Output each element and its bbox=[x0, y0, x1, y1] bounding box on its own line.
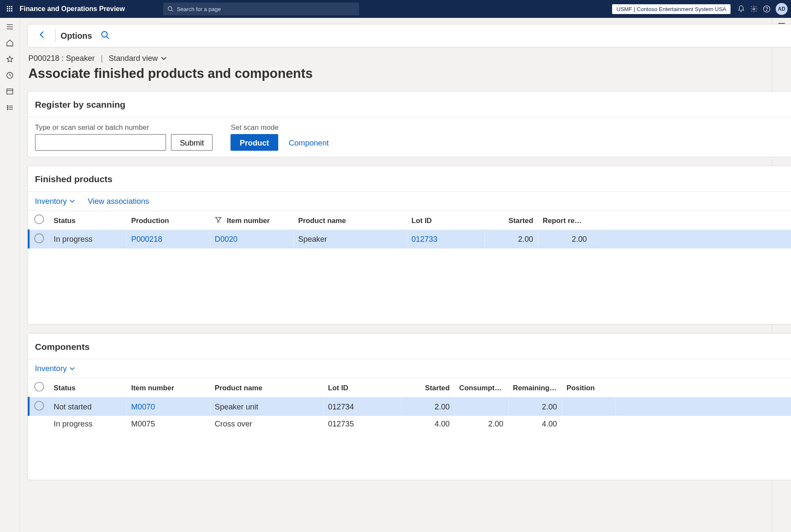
components-table: Status Item number Product name Lot ID S… bbox=[28, 378, 791, 432]
col-consumption[interactable]: Consumption bbox=[454, 378, 508, 397]
nav-favorites-button[interactable] bbox=[5, 54, 14, 64]
cell-status: In progress bbox=[49, 230, 127, 249]
mode-component-button[interactable]: Component bbox=[289, 138, 329, 147]
cell-product-name: Cross over bbox=[210, 416, 323, 432]
svg-rect-0 bbox=[7, 6, 8, 7]
help-icon bbox=[763, 5, 771, 13]
components-inventory-menu[interactable]: Inventory bbox=[35, 364, 76, 373]
col-status[interactable]: Status bbox=[49, 211, 127, 230]
filter-icon bbox=[215, 216, 221, 223]
finished-products-table: Status Production Item number Product na… bbox=[28, 211, 791, 249]
options-button[interactable]: Options bbox=[60, 31, 92, 40]
cell-product-name: Speaker bbox=[293, 230, 407, 249]
page-header: P000218 : Speaker | Standard view Associ… bbox=[27, 48, 791, 91]
finished-row[interactable]: In progress P000218 D0020 Speaker 012733… bbox=[29, 230, 791, 249]
row-select[interactable] bbox=[35, 234, 44, 243]
scan-input[interactable] bbox=[35, 134, 166, 151]
page-search-button[interactable] bbox=[101, 30, 109, 41]
svg-point-9 bbox=[168, 7, 172, 11]
cell-item[interactable]: M0070 bbox=[127, 397, 210, 416]
cell-lot: 012735 bbox=[323, 416, 401, 432]
chevron-down-icon bbox=[160, 54, 167, 62]
nav-home-button[interactable] bbox=[5, 38, 14, 48]
left-nav-rail bbox=[0, 18, 20, 532]
view-selector[interactable]: Standard view bbox=[109, 54, 167, 63]
nav-expand-button[interactable] bbox=[5, 22, 14, 31]
col-production[interactable]: Production bbox=[127, 211, 210, 230]
global-search-input[interactable]: Search for a page bbox=[163, 3, 359, 15]
cell-item[interactable]: D0020 bbox=[210, 230, 293, 249]
nav-recent-button[interactable] bbox=[5, 71, 14, 80]
svg-rect-3 bbox=[7, 8, 8, 9]
gear-icon bbox=[750, 5, 758, 13]
star-icon bbox=[6, 55, 14, 63]
col-report[interactable]: Report remain… bbox=[538, 211, 592, 230]
search-icon bbox=[101, 30, 109, 39]
chevron-down-icon bbox=[69, 365, 75, 372]
chevron-down-icon bbox=[69, 198, 75, 204]
action-bar: Options 0 bbox=[27, 24, 791, 48]
svg-point-26 bbox=[101, 31, 107, 37]
components-title: Components bbox=[35, 341, 89, 352]
waffle-icon bbox=[6, 6, 13, 12]
select-all-finished[interactable] bbox=[29, 211, 49, 230]
select-all-components[interactable] bbox=[29, 378, 49, 397]
top-bar: Finance and Operations Preview Search fo… bbox=[0, 0, 791, 18]
back-button[interactable] bbox=[34, 30, 50, 42]
svg-point-11 bbox=[753, 8, 755, 10]
svg-point-24 bbox=[7, 109, 8, 110]
nav-workspaces-button[interactable] bbox=[5, 87, 14, 96]
mode-product-button[interactable]: Product bbox=[231, 134, 278, 151]
svg-line-27 bbox=[106, 37, 109, 39]
col-started[interactable]: Started bbox=[484, 211, 538, 230]
company-selector[interactable]: USMF | Contoso Entertainment System USA bbox=[612, 4, 731, 14]
components-panel: Components Inventory bbox=[27, 333, 791, 481]
svg-rect-7 bbox=[9, 10, 10, 11]
col-lot[interactable]: Lot ID bbox=[323, 378, 401, 397]
col-status[interactable]: Status bbox=[49, 378, 127, 397]
row-select[interactable] bbox=[35, 401, 44, 410]
col-item[interactable]: Item number bbox=[210, 211, 293, 230]
cell-started: 2.00 bbox=[401, 397, 454, 416]
cell-report: 2.00 bbox=[538, 230, 592, 249]
search-placeholder: Search for a page bbox=[177, 6, 221, 12]
finished-inventory-menu[interactable]: Inventory bbox=[35, 197, 76, 206]
col-started[interactable]: Started bbox=[401, 378, 454, 397]
cell-started: 4.00 bbox=[401, 416, 454, 432]
col-position[interactable]: Position bbox=[562, 378, 616, 397]
component-row[interactable]: In progress M0075 Cross over 012735 4.00… bbox=[29, 416, 791, 432]
register-panel-title: Register by scanning bbox=[35, 99, 125, 109]
svg-line-10 bbox=[172, 10, 173, 12]
view-associations-link[interactable]: View associations bbox=[88, 197, 149, 206]
svg-rect-8 bbox=[11, 10, 12, 11]
svg-rect-18 bbox=[7, 89, 13, 94]
nav-modules-button[interactable] bbox=[5, 103, 14, 112]
app-launcher-button[interactable] bbox=[3, 6, 16, 12]
page-title: Associate finished products and componen… bbox=[29, 66, 791, 81]
back-arrow-icon bbox=[37, 30, 47, 39]
component-row[interactable]: Not started M0070 Speaker unit 012734 2.… bbox=[29, 397, 791, 416]
cell-consumption bbox=[454, 397, 508, 416]
col-remaining[interactable]: Remaining qua… bbox=[508, 378, 562, 397]
finished-products-title: Finished products bbox=[35, 174, 112, 184]
cell-status: In progress bbox=[49, 416, 127, 432]
col-lot[interactable]: Lot ID bbox=[407, 211, 484, 230]
notifications-button[interactable] bbox=[735, 0, 748, 18]
home-icon bbox=[6, 39, 14, 47]
user-avatar[interactable]: AD bbox=[776, 3, 788, 15]
cell-remaining: 2.00 bbox=[508, 397, 562, 416]
svg-rect-5 bbox=[11, 8, 12, 9]
col-item[interactable]: Item number bbox=[127, 378, 210, 397]
help-button[interactable] bbox=[760, 0, 773, 18]
submit-button[interactable]: Submit bbox=[171, 134, 213, 151]
list-icon bbox=[6, 104, 14, 112]
cell-lot[interactable]: 012733 bbox=[407, 230, 484, 249]
svg-point-22 bbox=[7, 107, 8, 108]
settings-button[interactable] bbox=[748, 0, 760, 18]
hamburger-icon bbox=[6, 23, 14, 31]
col-product-name[interactable]: Product name bbox=[210, 378, 323, 397]
col-product-name[interactable]: Product name bbox=[293, 211, 407, 230]
main-content: Options 0 P00021 bbox=[20, 18, 791, 532]
cell-production[interactable]: P000218 bbox=[127, 230, 210, 249]
cell-consumption: 2.00 bbox=[454, 416, 508, 432]
